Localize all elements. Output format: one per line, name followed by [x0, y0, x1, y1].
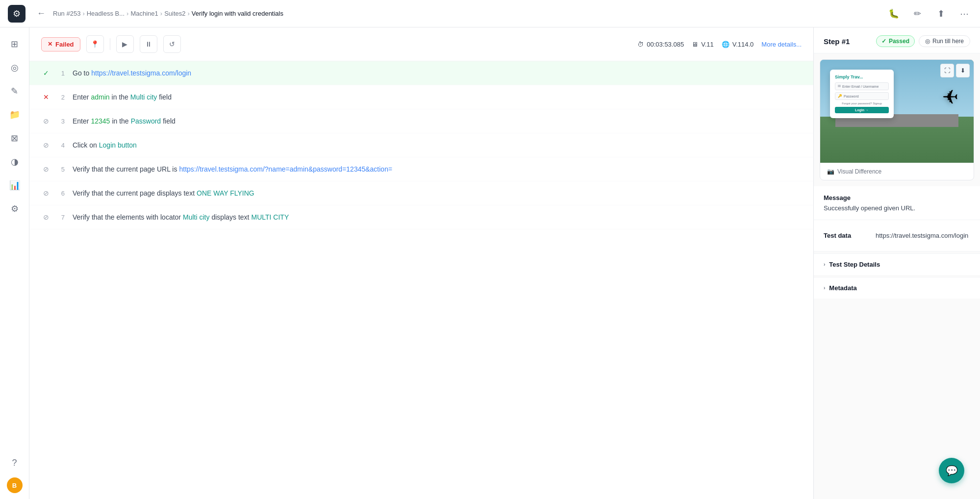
more-icon-button[interactable]: ⋯ — [956, 6, 972, 22]
sidebar-item-files[interactable]: 📁 — [4, 104, 25, 125]
skip-icon-3: ⊘ — [43, 117, 49, 125]
toolbar-right: ⏱ 00:03:53.085 🖥 V.11 🌐 V.114.0 More det… — [637, 41, 802, 48]
modal-login-btn: Login → — [835, 107, 889, 113]
chat-fab-button[interactable]: 💬 — [939, 458, 964, 483]
message-label: Message — [824, 194, 970, 201]
sidebar-item-activity[interactable]: ◎ — [4, 57, 25, 78]
step-status-4: ⊘ — [41, 140, 51, 150]
test-step-details-section: › Test Step Details — [814, 253, 980, 275]
breadcrumb-suites[interactable]: Suites2 — [164, 10, 185, 17]
modal-logo: Simply Trav... — [835, 75, 889, 79]
breadcrumb-headless[interactable]: Headless B... — [87, 10, 125, 17]
test-data-row: Test data https://travel.testsigma.com/l… — [824, 228, 970, 243]
pause-icon-button[interactable]: ⏸ — [140, 35, 157, 53]
pin-icon-button[interactable]: 📍 — [86, 35, 104, 53]
sidebar-item-dashboard[interactable]: ⊞ — [4, 33, 25, 55]
breadcrumb-machine[interactable]: Machine1 — [130, 10, 158, 17]
chevron-right-icon-2: › — [824, 285, 825, 291]
steps-panel: ✕ Failed 📍 ▶ ⏸ ↺ ⏱ 00:03:53.085 🖥 V.11 🌐 — [29, 27, 813, 499]
status-label: Failed — [55, 41, 74, 48]
run-till-button[interactable]: ◎ Run till here — [919, 35, 970, 47]
step-locator-login: Login button — [99, 141, 137, 149]
sidebar-item-editor[interactable]: ✎ — [4, 80, 25, 102]
step-num-4: 4 — [57, 142, 65, 149]
test-data-key: Test data — [824, 232, 868, 239]
screenshot-image: ✈ Simply Trav... ✉ Enter Email / Usernam… — [820, 60, 974, 163]
windows-icon: 🖥 — [692, 41, 698, 48]
back-button[interactable]: ← — [33, 6, 49, 22]
history-icon-button[interactable]: ↺ — [163, 35, 181, 53]
step-locator-password: Password — [131, 117, 161, 125]
breadcrumb-run[interactable]: Run #253 — [53, 10, 80, 17]
test-step-details-toggle[interactable]: › Test Step Details — [814, 254, 980, 275]
step-label: Step #1 — [824, 37, 850, 46]
test-data-value: https://travel.testsigma.com/login — [876, 232, 968, 239]
step-link-1: https://travel.testsigma.com/login — [91, 69, 191, 77]
login-modal-overlay: Simply Trav... ✉ Enter Email / Username … — [830, 70, 894, 118]
modal-email-field: ✉ Enter Email / Username — [835, 82, 889, 90]
step-row-5[interactable]: ⊘ 5 Verify that the current page URL is … — [29, 157, 813, 181]
metadata-toggle[interactable]: › Metadata — [814, 277, 980, 299]
step-status-5: ⊘ — [41, 164, 51, 174]
share-icon-button[interactable]: ⬆ — [933, 6, 949, 22]
test-step-details-label: Test Step Details — [829, 261, 880, 268]
screenshot-actions: ⛶ ⬇ — [940, 64, 970, 77]
sidebar-item-help[interactable]: ? — [4, 452, 25, 474]
check-circle-icon: ✓ — [881, 38, 886, 45]
airplane: ✈ — [942, 86, 958, 108]
step-num-7: 7 — [57, 214, 65, 221]
step-row-4[interactable]: ⊘ 4 Click on Login button — [29, 133, 813, 157]
chevron-right-icon: › — [824, 262, 825, 267]
sidebar-item-results[interactable]: ◑ — [4, 151, 25, 173]
toolbar: ✕ Failed 📍 ▶ ⏸ ↺ ⏱ 00:03:53.085 🖥 V.11 🌐 — [29, 27, 813, 61]
user-avatar[interactable]: B — [7, 477, 23, 493]
step-row-3[interactable]: ⊘ 3 Enter 12345 in the Password field — [29, 109, 813, 133]
screenshot-container: ✈ Simply Trav... ✉ Enter Email / Usernam… — [820, 59, 974, 180]
more-details-link[interactable]: More details... — [761, 41, 802, 48]
edit-icon-button[interactable]: ✏ — [909, 6, 925, 22]
sidebar-item-suites[interactable]: ⊠ — [4, 127, 25, 149]
status-badge: ✕ Failed — [41, 37, 80, 51]
passed-badge: ✓ Passed — [876, 35, 915, 47]
step-num-1: 1 — [57, 70, 65, 77]
message-section: Message Successfully opened given URL. — [814, 186, 980, 220]
skip-icon-5: ⊘ — [43, 165, 49, 173]
nav-right: 🐛 ✏ ⬆ ⋯ — [886, 6, 972, 22]
metadata-label: Metadata — [829, 284, 856, 292]
step-row-1[interactable]: ✓ 1 Go to https://travel.testsigma.com/l… — [29, 61, 813, 85]
sidebar-bottom: ? B — [4, 452, 25, 493]
right-panel: Step #1 ✓ Passed ◎ Run till here ✈ — [813, 27, 980, 499]
step-status-1: ✓ — [41, 68, 51, 78]
step-text-5: Verify that the current page URL is http… — [73, 165, 392, 173]
step-row-7[interactable]: ⊘ 7 Verify that the elements with locato… — [29, 205, 813, 229]
skip-icon-6: ⊘ — [43, 189, 49, 197]
step-text-value-6: ONE WAY FLYING — [197, 189, 254, 197]
step-text-7: Verify that the elements with locator Mu… — [73, 213, 289, 221]
sidebar-item-reports[interactable]: 📊 — [4, 175, 25, 196]
download-screenshot-button[interactable]: ⬇ — [956, 64, 970, 77]
visual-diff-label: Visual Difference — [837, 168, 881, 175]
step-num-3: 3 — [57, 118, 65, 125]
play-icon-button[interactable]: ▶ — [116, 35, 134, 53]
step-status-7: ⊘ — [41, 212, 51, 222]
step-num-5: 5 — [57, 166, 65, 173]
message-value: Successfully opened given URL. — [824, 204, 970, 212]
metadata-section: › Metadata — [814, 277, 980, 299]
expand-screenshot-button[interactable]: ⛶ — [940, 64, 954, 77]
bug-icon-button[interactable]: 🐛 — [886, 6, 902, 22]
step-row-6[interactable]: ⊘ 6 Verify that the current page display… — [29, 181, 813, 205]
visual-diff-row: 📷 Visual Difference — [820, 163, 974, 180]
sidebar: ⊞ ◎ ✎ 📁 ⊠ ◑ 📊 ⚙ ? B — [0, 27, 29, 499]
step-status-2: ✕ — [41, 92, 51, 102]
skip-icon-4: ⊘ — [43, 141, 49, 149]
step-num-6: 6 — [57, 190, 65, 197]
step-status-6: ⊘ — [41, 188, 51, 198]
passed-label: Passed — [889, 38, 909, 45]
sidebar-item-settings[interactable]: ⚙ — [4, 198, 25, 220]
modal-password-field: 🔑 Password — [835, 92, 889, 100]
step-value-7: MULTI CITY — [251, 213, 289, 221]
breadcrumb: Run #253 › Headless B... › Machine1 › Su… — [53, 10, 283, 17]
check-icon: ✓ — [43, 69, 49, 77]
step-row-2[interactable]: ✕ 2 Enter admin in the Multi city field — [29, 85, 813, 109]
step-url-5: https://travel.testsigma.com/?name=admin… — [179, 165, 392, 173]
